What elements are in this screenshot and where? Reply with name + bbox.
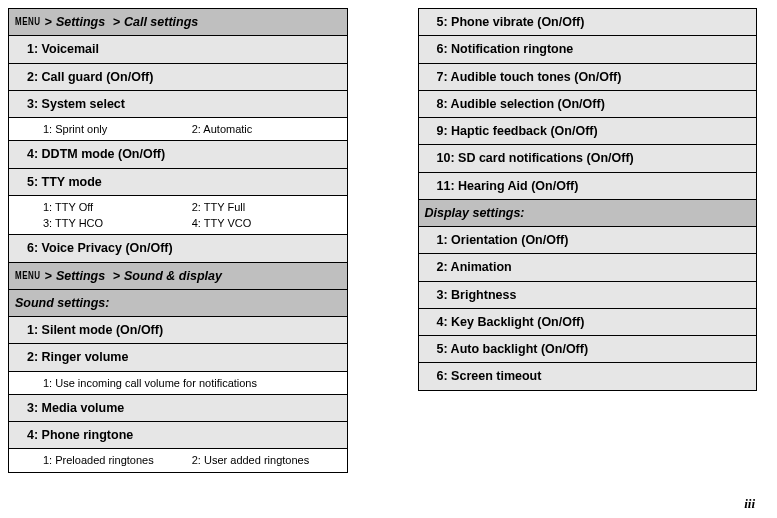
list-item: 2: Animation — [418, 254, 758, 281]
crumb-sep: > — [109, 14, 120, 30]
list-item: 1: Voicemail — [8, 36, 348, 63]
list-item: 5: TTY mode — [8, 169, 348, 196]
menu-icon: MENU — [15, 269, 41, 283]
breadcrumb-sound-display: MENU > Settings > Sound & display — [8, 263, 348, 290]
sub-options: 1: Sprint only 2: Automatic — [8, 118, 348, 141]
crumb-a: Settings — [56, 268, 105, 284]
list-item: 4: DDTM mode (On/Off) — [8, 141, 348, 168]
list-item: 1: Orientation (On/Off) — [418, 227, 758, 254]
sub-option: 1: Use incoming call volume for notifica… — [43, 375, 341, 391]
sub-option: 2: TTY Full — [192, 199, 341, 215]
list-item: 4: Key Backlight (On/Off) — [418, 309, 758, 336]
list-item: 3: Brightness — [418, 282, 758, 309]
breadcrumb-call-settings: MENU > Settings > Call settings — [8, 8, 348, 36]
list-item: 1: Silent mode (On/Off) — [8, 317, 348, 344]
list-item: 2: Ringer volume — [8, 344, 348, 371]
list-item: 4: Phone ringtone — [8, 422, 348, 449]
crumb-b: Sound & display — [124, 268, 222, 284]
section-display-settings: Display settings: — [418, 200, 758, 227]
list-item: 8: Audible selection (On/Off) — [418, 91, 758, 118]
crumb-a: Settings — [56, 14, 105, 30]
list-item: 6: Screen timeout — [418, 363, 758, 390]
sub-option: 1: Sprint only — [43, 121, 192, 137]
list-item: 7: Audible touch tones (On/Off) — [418, 64, 758, 91]
list-item: 2: Call guard (On/Off) — [8, 64, 348, 91]
crumb-b: Call settings — [124, 14, 198, 30]
list-item: 9: Haptic feedback (On/Off) — [418, 118, 758, 145]
list-item: 6: Voice Privacy (On/Off) — [8, 235, 348, 262]
list-item: 11: Hearing Aid (On/Off) — [418, 173, 758, 200]
list-item: 3: System select — [8, 91, 348, 118]
sub-option: 2: Automatic — [192, 121, 341, 137]
list-item: 10: SD card notifications (On/Off) — [418, 145, 758, 172]
sub-option: 1: TTY Off — [43, 199, 192, 215]
section-sound-settings: Sound settings: — [8, 290, 348, 317]
sub-options: 1: Preloaded ringtones 2: User added rin… — [8, 449, 348, 472]
crumb-sep: > — [45, 268, 52, 284]
crumb-sep: > — [45, 14, 52, 30]
list-item: 6: Notification ringtone — [418, 36, 758, 63]
sub-options: 1: TTY Off 2: TTY Full 3: TTY HCO 4: TTY… — [8, 196, 348, 236]
list-item: 5: Phone vibrate (On/Off) — [418, 8, 758, 36]
sub-options: 1: Use incoming call volume for notifica… — [8, 372, 348, 395]
list-item: 5: Auto backlight (On/Off) — [418, 336, 758, 363]
right-column: 5: Phone vibrate (On/Off) 6: Notificatio… — [418, 8, 758, 473]
menu-icon: MENU — [15, 15, 41, 29]
left-column: MENU > Settings > Call settings 1: Voice… — [8, 8, 348, 473]
sub-option: 3: TTY HCO — [43, 215, 192, 231]
page-number: iii — [744, 496, 755, 512]
sub-option: 1: Preloaded ringtones — [43, 452, 192, 468]
sub-option: 2: User added ringtones — [192, 452, 341, 468]
list-item: 3: Media volume — [8, 395, 348, 422]
crumb-sep: > — [109, 268, 120, 284]
sub-option: 4: TTY VCO — [192, 215, 341, 231]
